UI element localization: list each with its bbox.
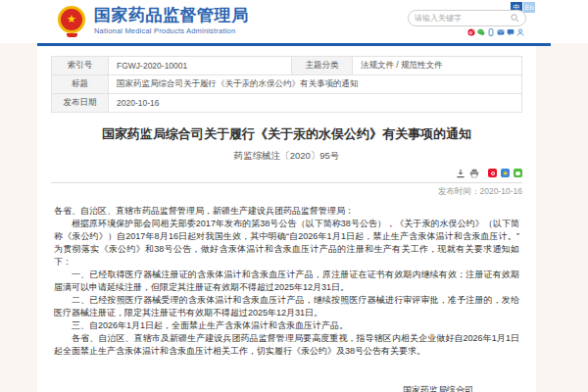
signature-name: 国家药监局综合司: [37, 384, 473, 392]
publish-date-label: 发布日期: [52, 94, 109, 113]
print-icon[interactable]: [469, 169, 479, 178]
document-title: 国家药监局综合司关于履行《关于汞的水俣公约》有关事项的通知: [37, 125, 536, 143]
index-number-label: 索引号: [52, 57, 109, 75]
salutation: 各省、自治区、直辖市药品监督管理局，新疆生产建设兵团药品监督管理局：: [54, 205, 519, 218]
document-meta-table: 索引号 FGWJ-2020-10001 主题分类 法规文件 / 规范性文件 标题…: [51, 56, 522, 113]
mobile-icon[interactable]: [487, 28, 495, 36]
qzone-share-icon[interactable]: ★: [501, 169, 510, 177]
notice-content: 索引号 FGWJ-2020-10001 主题分类 法规文件 / 规范性文件 标题…: [37, 46, 536, 392]
site-header: ★ 国家药品监督管理局 National Medical Products Ad…: [0, 0, 588, 43]
search-box: [408, 10, 526, 26]
search-input[interactable]: [415, 14, 511, 23]
publish-date-value: 2020-10-16: [109, 94, 522, 113]
title-divider: [51, 182, 522, 183]
agency-name-cn: 国家药品监督管理局: [94, 6, 249, 24]
notice-body: 各省、自治区、直辖市药品监督管理局，新疆生产建设兵团药品监督管理局： 根据原环境…: [54, 205, 519, 358]
search-icon[interactable]: [511, 14, 519, 23]
nmpa-notice-page: ★ 国家药品监督管理局 National Medical Products Ad…: [0, 0, 588, 392]
meta-row-date: 发布日期 2020-10-16: [52, 94, 522, 113]
topic-category-value: 法规文件 / 规范性文件: [353, 57, 522, 75]
publish-time: 发布时间：2020-10-16: [37, 186, 522, 198]
document-number: 药监综械注〔2020〕95号: [37, 150, 536, 163]
paragraph-item-1: 一、已经取得医疗器械注册证的含汞体温计和含汞血压计产品，原注册证在证书有效期内继…: [54, 269, 519, 294]
title-value: 国家药监局综合司关于履行《关于汞的水俣公约》有关事项的通知: [109, 75, 522, 94]
paragraph-item-2: 二、已经按照医疗器械受理的含汞体温计和含汞血压计产品，继续按照医疗器械进行审评审…: [54, 294, 519, 319]
weibo-icon[interactable]: [467, 28, 475, 36]
lang-en-button[interactable]: En: [523, 2, 535, 13]
wechat-icon[interactable]: [477, 28, 485, 36]
meta-row-title: 标题 国家药监局综合司关于履行《关于汞的水俣公约》有关事项的通知: [52, 75, 522, 94]
message-icon[interactable]: [507, 28, 514, 36]
topic-category-label: 主题分类: [292, 57, 353, 75]
agency-name-en: National Medical Products Administration: [94, 26, 249, 35]
paragraph-closing: 各省、自治区、直辖市及新疆生产建设兵团药品监督管理局要高度重视，指导辖区内相关企…: [54, 332, 519, 358]
download-icon[interactable]: [456, 169, 466, 178]
signature-block: 国家药监局综合司 2020年10月14日: [37, 384, 483, 392]
user-icon[interactable]: [516, 28, 524, 36]
wechat-share-icon[interactable]: [514, 169, 522, 177]
index-number-value: FGWJ-2020-10001: [109, 57, 292, 75]
document-toolbar: ★: [37, 168, 522, 178]
emblem-star-icon: ★: [67, 14, 76, 24]
social-links: [467, 27, 524, 36]
agency-logo-link[interactable]: ★ 国家药品监督管理局 National Medical Products Ad…: [57, 4, 249, 37]
mail-icon[interactable]: [497, 28, 505, 36]
national-emblem-icon: ★: [57, 4, 87, 37]
meta-row-index: 索引号 FGWJ-2020-10001 主题分类 法规文件 / 规范性文件: [52, 57, 522, 75]
paragraph-item-3: 三、自2026年1月1日起，全面禁止生产含汞体温计和含汞血压计产品。: [54, 319, 519, 332]
title-label: 标题: [52, 75, 109, 94]
paragraph-intro: 根据原环境保护部会同相关部委2017年发布的第38号公告（以下简称38号公告），…: [54, 218, 519, 269]
agency-name-block: 国家药品监督管理局 National Medical Products Admi…: [94, 6, 249, 35]
weibo-share-icon[interactable]: [488, 169, 497, 177]
